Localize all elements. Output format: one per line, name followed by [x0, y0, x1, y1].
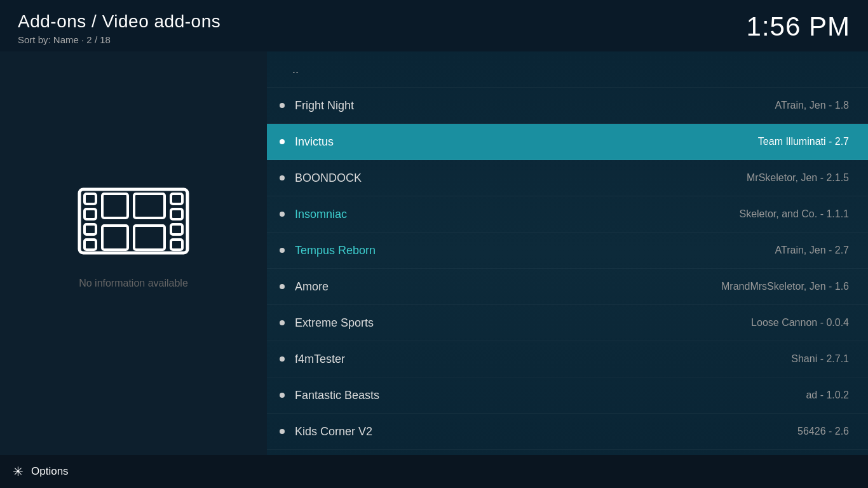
main-content: No information available .. Fright Night…	[0, 51, 868, 455]
addon-list[interactable]: .. Fright NightATrain, Jen - 1.8Invictus…	[267, 51, 868, 455]
list-item-tempus-reborn[interactable]: Tempus RebornATrain, Jen - 2.7	[267, 233, 868, 269]
svg-rect-11	[102, 226, 128, 250]
item-name-amore: Amore	[295, 280, 329, 294]
item-meta-extreme-sports: Loose Cannon - 0.0.4	[751, 317, 849, 329]
dotdot-text: ..	[286, 63, 299, 76]
item-name-invictus: Invictus	[295, 135, 334, 149]
svg-rect-8	[171, 240, 182, 250]
header-right: 1:56 PM	[747, 11, 850, 42]
svg-rect-5	[171, 194, 182, 204]
list-item-kids-corner-v2[interactable]: Kids Corner V256426 - 2.6	[267, 414, 868, 450]
item-meta-insomniac: Skeletor, and Co. - 1.1.1	[739, 208, 849, 220]
list-item-insomniac[interactable]: InsomniacSkeletor, and Co. - 1.1.1	[267, 196, 868, 233]
svg-rect-7	[171, 224, 182, 234]
film-icon	[73, 180, 194, 265]
page-subtitle: Sort by: Name · 2 / 18	[18, 34, 220, 45]
svg-rect-9	[102, 194, 128, 218]
clock-display: 1:56 PM	[747, 11, 850, 42]
item-meta-fright-night: ATrain, Jen - 1.8	[775, 100, 850, 111]
header: Add-ons / Video add-ons Sort by: Name · …	[0, 0, 868, 51]
svg-rect-4	[85, 240, 96, 250]
item-name-kids-corner-v2: Kids Corner V2	[295, 425, 372, 438]
item-meta-tempus-reborn: ATrain, Jen - 2.7	[775, 245, 850, 256]
bullet-icon	[280, 284, 285, 289]
bottom-bar: ✳ Options	[0, 455, 868, 488]
bullet-icon	[280, 139, 285, 144]
item-name-tempus-reborn: Tempus Reborn	[295, 244, 376, 257]
list-item-amore[interactable]: AmoreMrandMrsSkeletor, Jen - 1.6	[267, 269, 868, 305]
item-name-fright-night: Fright Night	[295, 99, 354, 112]
list-item-extreme-sports[interactable]: Extreme SportsLoose Cannon - 0.0.4	[267, 305, 868, 341]
no-info-label: No information available	[79, 278, 188, 289]
item-meta-kids-corner-v2: 56426 - 2.6	[797, 426, 849, 437]
svg-rect-10	[134, 194, 165, 218]
bullet-icon	[280, 393, 285, 398]
bullet-icon	[280, 248, 285, 253]
sidebar: No information available	[0, 51, 267, 455]
bullet-icon	[280, 103, 285, 108]
item-name-extreme-sports: Extreme Sports	[295, 316, 374, 330]
item-meta-boondock: MrSkeletor, Jen - 2.1.5	[747, 172, 849, 184]
bullet-icon	[280, 356, 285, 362]
list-item-boondock[interactable]: BOONDOCKMrSkeletor, Jen - 2.1.5	[267, 160, 868, 196]
list-item-f4mtester[interactable]: f4mTesterShani - 2.7.1	[267, 341, 868, 377]
item-name-boondock: BOONDOCK	[295, 172, 362, 185]
header-left: Add-ons / Video add-ons Sort by: Name · …	[18, 11, 220, 45]
item-meta-fantastic-beasts: ad - 1.0.2	[806, 390, 849, 401]
options-button[interactable]: Options	[31, 465, 69, 478]
svg-rect-1	[85, 194, 96, 204]
svg-rect-12	[134, 226, 165, 250]
item-name-fantastic-beasts: Fantastic Beasts	[295, 389, 379, 402]
list-item-dotdot[interactable]: ..	[267, 51, 868, 88]
item-name-insomniac: Insomniac	[295, 208, 347, 221]
list-item-fright-night[interactable]: Fright NightATrain, Jen - 1.8	[267, 88, 868, 124]
bullet-icon	[280, 175, 285, 180]
svg-rect-6	[171, 209, 182, 219]
bullet-icon	[280, 212, 285, 217]
item-meta-f4mtester: Shani - 2.7.1	[791, 353, 849, 365]
list-item-invictus[interactable]: InvictusTeam Illuminati - 2.7	[267, 124, 868, 160]
item-meta-invictus: Team Illuminati - 2.7	[758, 136, 849, 147]
item-name-f4mtester: f4mTester	[295, 353, 345, 366]
svg-rect-2	[85, 209, 96, 219]
svg-rect-3	[85, 224, 96, 234]
page-title: Add-ons / Video add-ons	[18, 11, 220, 32]
bullet-icon	[280, 429, 285, 434]
bullet-icon	[280, 320, 285, 325]
list-item-fantastic-beasts[interactable]: Fantastic Beastsad - 1.0.2	[267, 377, 868, 414]
list-item-livestreamspro[interactable]: LiveStreamsProShani - 2.8.1	[267, 450, 868, 455]
options-icon: ✳	[13, 464, 24, 479]
item-meta-amore: MrandMrsSkeletor, Jen - 1.6	[721, 281, 849, 292]
